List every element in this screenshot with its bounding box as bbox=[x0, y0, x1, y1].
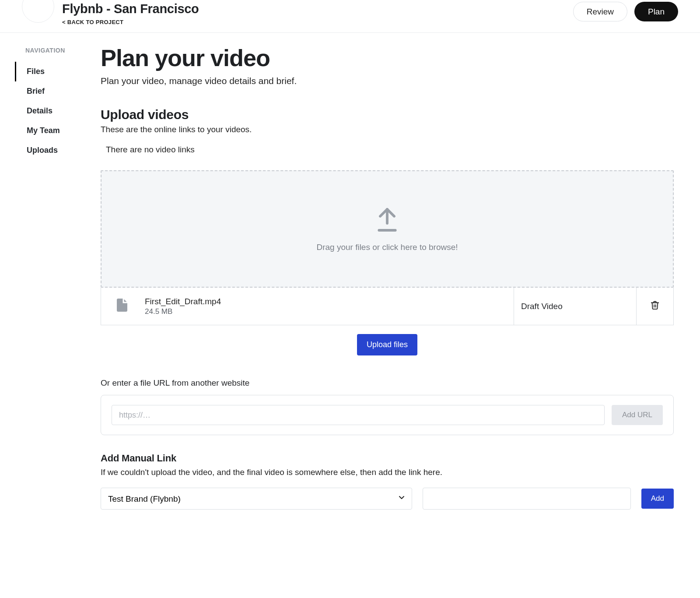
page-title: Plan your video bbox=[101, 44, 674, 71]
upload-icon bbox=[373, 206, 401, 234]
file-icon-cell bbox=[101, 288, 143, 325]
brand-select[interactable]: Test Brand (Flybnb) bbox=[101, 488, 412, 510]
url-section-label: Or enter a file URL from another website bbox=[101, 378, 674, 388]
page-subtitle: Plan your video, manage video details an… bbox=[101, 76, 674, 86]
upload-heading: Upload videos bbox=[101, 107, 674, 122]
url-panel: Add URL bbox=[101, 395, 674, 435]
manual-link-heading: Add Manual Link bbox=[101, 453, 674, 464]
plan-button[interactable]: Plan bbox=[634, 2, 678, 21]
file-dropzone[interactable]: Drag your files or click here to browse! bbox=[101, 170, 674, 288]
file-label: Draft Video bbox=[514, 288, 637, 325]
sidebar-item-details[interactable]: Details bbox=[15, 101, 101, 121]
project-title: Flybnb - San Francisco bbox=[62, 2, 199, 16]
topbar-right: Review Plan bbox=[573, 2, 678, 21]
file-url-input[interactable] bbox=[112, 405, 605, 425]
main: Plan your video Plan your video, manage … bbox=[101, 33, 674, 536]
manual-link-desc: If we couldn't upload the video, and the… bbox=[101, 468, 674, 477]
nav-heading: NAVIGATION bbox=[25, 47, 101, 54]
topbar-left: Flybnb - San Francisco < BACK TO PROJECT bbox=[22, 0, 199, 25]
file-meta: First_Edit_Draft.mp4 24.5 MB bbox=[143, 288, 514, 325]
delete-file-button[interactable] bbox=[637, 288, 673, 325]
manual-link-row: Test Brand (Flybnb) Add bbox=[101, 488, 674, 510]
file-size: 24.5 MB bbox=[145, 307, 172, 316]
project-avatar bbox=[22, 0, 54, 23]
topbar: Flybnb - San Francisco < BACK TO PROJECT… bbox=[0, 0, 700, 33]
upload-files-button[interactable]: Upload files bbox=[357, 334, 417, 355]
dropzone-text: Drag your files or click here to browse! bbox=[316, 243, 458, 252]
sidebar: NAVIGATION Files Brief Details My Team U… bbox=[0, 33, 101, 536]
gutter-right bbox=[674, 33, 700, 536]
no-video-links-note: There are no video links bbox=[106, 145, 674, 155]
sidebar-item-files[interactable]: Files bbox=[15, 62, 101, 81]
sidebar-item-brief[interactable]: Brief bbox=[15, 81, 101, 101]
page: NAVIGATION Files Brief Details My Team U… bbox=[0, 33, 700, 536]
manual-link-input[interactable] bbox=[423, 488, 631, 510]
sidebar-item-uploads[interactable]: Uploads bbox=[15, 141, 101, 160]
file-icon bbox=[114, 295, 130, 317]
title-block: Flybnb - San Francisco < BACK TO PROJECT bbox=[62, 2, 199, 25]
add-url-button[interactable]: Add URL bbox=[612, 405, 663, 425]
uploaded-file-row: First_Edit_Draft.mp4 24.5 MB Draft Video bbox=[101, 288, 674, 325]
add-manual-link-button[interactable]: Add bbox=[641, 489, 674, 509]
review-button[interactable]: Review bbox=[573, 2, 627, 21]
nav-list: Files Brief Details My Team Uploads bbox=[25, 62, 101, 160]
brand-select-wrap: Test Brand (Flybnb) bbox=[101, 488, 412, 510]
sidebar-item-myteam[interactable]: My Team bbox=[15, 121, 101, 141]
upload-desc: These are the online links to your video… bbox=[101, 125, 674, 134]
file-name: First_Edit_Draft.mp4 bbox=[145, 297, 221, 306]
trash-icon bbox=[650, 300, 660, 312]
back-to-project-link[interactable]: < BACK TO PROJECT bbox=[62, 19, 199, 25]
